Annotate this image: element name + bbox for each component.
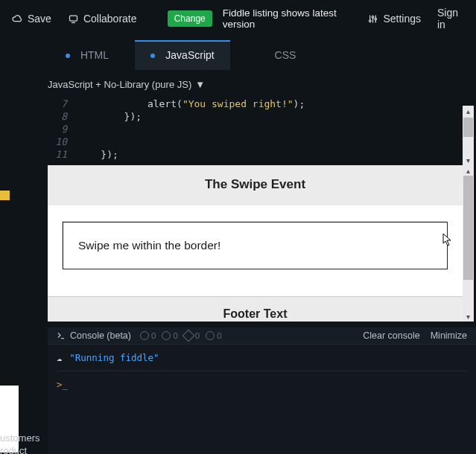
framework-label: JavaScript + No-Library (pure JS) [48, 79, 191, 90]
caret-down-icon: ▼ [195, 79, 205, 90]
truncated-text: ustomers roduct [0, 432, 39, 454]
tab-html-label: HTML [80, 49, 109, 61]
scroll-up-icon[interactable]: ▴ [463, 106, 474, 116]
sidebar-fragment [0, 37, 39, 454]
tab-javascript[interactable]: JavaScript [135, 40, 230, 70]
clear-console-button[interactable]: Clear console [363, 330, 419, 341]
console-prompt[interactable]: >_ [57, 379, 68, 390]
collaborate-button[interactable]: Collaborate [63, 9, 142, 28]
listing-status: Fiddle listing shows latest version [223, 7, 349, 30]
preview-footer: Footer Text [48, 296, 463, 331]
editor-tabs: HTML JavaScript CSS [39, 37, 476, 70]
minimize-console-button[interactable]: Minimize [431, 330, 467, 341]
save-label: Save [28, 13, 51, 25]
scroll-thumb[interactable] [463, 176, 473, 280]
cloud-save-icon [12, 13, 23, 25]
console-panel: Console (beta) 0 0 0 0 Clear console Min… [48, 327, 476, 454]
result-preview: The Swipe Event Swipe me within the bord… [48, 165, 463, 322]
line-number: 8 [48, 110, 77, 123]
sliders-icon [367, 13, 378, 25]
save-button[interactable]: Save [7, 9, 56, 28]
preview-body: Swipe me within the border! [48, 205, 463, 296]
signin-button[interactable]: Sign in [433, 3, 469, 34]
scroll-down-icon[interactable]: ▾ [463, 311, 474, 322]
swipe-area[interactable]: Swipe me within the border! [63, 222, 448, 269]
settings-button[interactable]: Settings [363, 9, 425, 28]
console-title-label: Console (beta) [70, 330, 131, 341]
tab-css[interactable]: CSS [230, 40, 326, 70]
svg-point-2 [372, 16, 375, 18]
svg-point-1 [369, 19, 372, 22]
scroll-up-icon[interactable]: ▴ [463, 165, 474, 176]
tab-js-label: JavaScript [165, 49, 214, 61]
count-error: 0 [184, 331, 200, 340]
console-output: ☁ "Running fiddle" >_ [48, 345, 476, 397]
cloud-icon: ☁ [57, 353, 62, 363]
console-toolbar: Console (beta) 0 0 0 0 Clear console Min… [48, 327, 476, 345]
tab-html[interactable]: HTML [39, 40, 135, 70]
code-editor[interactable]: 7 alert("You swiped right!"); 8 }); 9 10… [0, 97, 476, 161]
scroll-thumb[interactable] [463, 118, 473, 137]
framework-selector[interactable]: JavaScript + No-Library (pure JS) ▼ [0, 70, 476, 97]
count-info: 0 [140, 331, 156, 340]
line-number: 9 [48, 123, 77, 135]
count-log: 0 [206, 331, 221, 340]
line-number: 11 [48, 148, 77, 161]
preview-header: The Swipe Event [48, 165, 463, 205]
settings-label: Settings [383, 13, 421, 25]
signin-label: Sign in [437, 7, 464, 31]
modified-dot-icon [66, 54, 70, 58]
editor-scrollbar[interactable]: ▴ ▾ [463, 106, 474, 165]
count-warn: 0 [162, 331, 177, 340]
top-toolbar: Save Collaborate Change Fiddle listing s… [0, 0, 476, 37]
tab-css-label: CSS [275, 49, 296, 61]
yellow-marker-icon [0, 191, 10, 200]
console-counts: 0 0 0 0 [140, 331, 222, 340]
preview-scrollbar[interactable]: ▴ ▾ [463, 165, 474, 322]
console-message: "Running fiddle" [69, 352, 159, 363]
svg-point-3 [375, 18, 377, 20]
svg-rect-0 [69, 16, 77, 21]
scroll-down-icon[interactable]: ▾ [463, 155, 474, 165]
prompt-icon [57, 331, 66, 340]
modified-dot-icon [150, 54, 155, 58]
line-number: 10 [48, 135, 77, 148]
change-badge[interactable]: Change [168, 10, 212, 27]
collaborate-label: Collaborate [83, 13, 137, 25]
line-number: 7 [48, 97, 77, 110]
collaborate-icon [68, 13, 79, 25]
